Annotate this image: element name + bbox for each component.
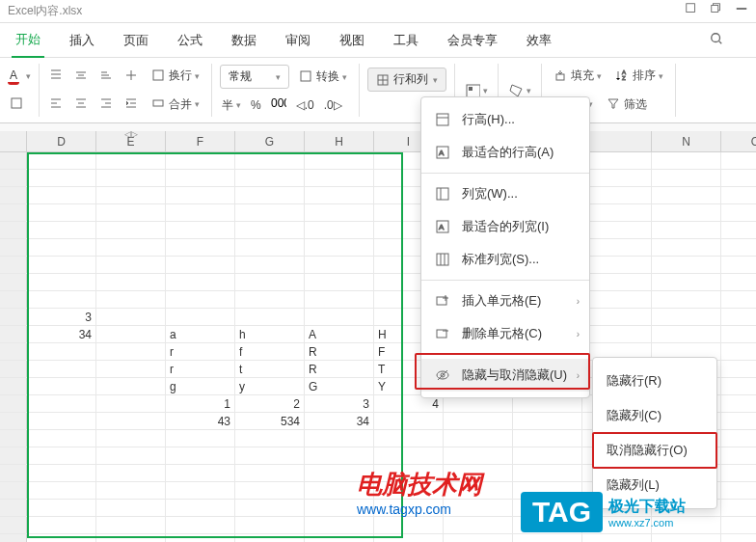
row-header[interactable] [0, 257, 27, 273]
cell[interactable] [721, 170, 756, 186]
row-header[interactable] [0, 222, 27, 238]
row-header[interactable] [0, 482, 27, 499]
cell[interactable] [652, 534, 721, 542]
cell[interactable] [166, 447, 235, 464]
cell[interactable]: f [235, 343, 305, 360]
cell[interactable] [721, 326, 756, 342]
cell[interactable] [305, 170, 374, 186]
cell[interactable] [96, 239, 166, 256]
menu-col-width[interactable]: 列宽(W)... [421, 177, 589, 210]
cell[interactable] [96, 222, 166, 238]
cell[interactable] [582, 291, 652, 308]
align-top-icon[interactable] [47, 67, 67, 86]
cell[interactable]: G [305, 378, 374, 394]
col-header[interactable]: H [305, 131, 374, 151]
cell[interactable] [582, 204, 652, 221]
cell[interactable] [235, 517, 305, 533]
cell[interactable] [96, 395, 166, 412]
cell[interactable] [166, 500, 235, 516]
row-header[interactable] [0, 361, 27, 377]
orientation-icon[interactable] [122, 67, 142, 86]
cell[interactable] [235, 204, 305, 221]
cell[interactable] [96, 152, 166, 169]
menu-delete-cells[interactable]: 删除单元格(C)› [421, 317, 589, 350]
row-header[interactable] [0, 187, 27, 203]
cell[interactable] [652, 187, 721, 203]
cell[interactable] [582, 534, 652, 542]
cell[interactable] [721, 430, 756, 447]
cell[interactable] [96, 257, 166, 273]
cell[interactable] [305, 430, 374, 447]
cell[interactable] [582, 239, 652, 256]
comma-icon[interactable]: 000 [269, 95, 288, 115]
fill-color-button[interactable] [8, 95, 27, 114]
cell[interactable] [27, 343, 96, 360]
cell[interactable]: r [166, 343, 235, 360]
cell[interactable] [374, 413, 444, 429]
cell[interactable] [96, 343, 166, 360]
currency-icon[interactable]: 半▾ [220, 95, 243, 116]
cell[interactable] [721, 274, 756, 290]
cell[interactable] [721, 534, 756, 542]
cell[interactable] [27, 500, 96, 516]
cell[interactable] [96, 187, 166, 203]
decrease-decimal-icon[interactable]: .0▷ [322, 96, 344, 114]
menu-unhide-row[interactable]: 取消隐藏行(O) [593, 433, 716, 468]
row-header[interactable] [0, 447, 27, 464]
cell[interactable] [305, 222, 374, 238]
cell[interactable]: 34 [27, 326, 96, 342]
cell[interactable] [235, 291, 305, 308]
cell[interactable] [27, 378, 96, 394]
cell[interactable]: 534 [235, 413, 305, 429]
col-header[interactable]: N [652, 131, 721, 151]
cell[interactable] [27, 291, 96, 308]
cell[interactable] [513, 534, 582, 542]
row-header[interactable] [0, 170, 27, 186]
cell[interactable] [166, 534, 235, 542]
cell[interactable] [652, 239, 721, 256]
dropdown-caret[interactable]: ▾ [26, 71, 31, 81]
number-format-select[interactable]: 常规▾ [220, 65, 289, 89]
win-btn-1[interactable] [685, 2, 698, 15]
menu-hide-row[interactable]: 隐藏行(R) [593, 364, 716, 398]
cell[interactable] [652, 204, 721, 221]
cell[interactable] [96, 447, 166, 464]
cell[interactable]: 1 [166, 395, 235, 412]
sort-button[interactable]: AZ排序▾ [611, 65, 667, 87]
cell[interactable] [96, 309, 166, 325]
row-header[interactable] [0, 378, 27, 394]
row-header[interactable] [0, 430, 27, 447]
menu-hide-unhide[interactable]: 隐藏与取消隐藏(U)› [421, 359, 589, 392]
cell[interactable]: y [235, 378, 305, 394]
cell[interactable] [444, 413, 513, 429]
cell[interactable] [582, 152, 652, 169]
cell[interactable] [721, 361, 756, 377]
cell[interactable] [721, 413, 756, 429]
cell[interactable] [96, 517, 166, 533]
cell[interactable] [166, 152, 235, 169]
cell[interactable] [27, 170, 96, 186]
row-header[interactable] [0, 152, 27, 169]
tab-start[interactable]: 开始 [12, 23, 44, 58]
cell[interactable]: r [166, 361, 235, 377]
row-header[interactable] [0, 309, 27, 325]
cell[interactable] [652, 309, 721, 325]
cell[interactable] [513, 465, 582, 481]
align-bottom-icon[interactable] [97, 67, 117, 86]
cell[interactable] [166, 517, 235, 533]
cell[interactable] [305, 204, 374, 221]
cell[interactable] [582, 274, 652, 290]
tab-insert[interactable]: 插入 [66, 24, 98, 57]
cell[interactable]: 43 [166, 413, 235, 429]
cell[interactable]: 34 [305, 413, 374, 429]
cell[interactable] [721, 291, 756, 308]
cell[interactable] [721, 517, 756, 533]
cell[interactable] [166, 482, 235, 499]
fill-button[interactable]: 填充▾ [550, 65, 606, 87]
cell[interactable]: R [305, 343, 374, 360]
cell[interactable] [582, 170, 652, 186]
cell[interactable]: t [235, 361, 305, 377]
tab-page[interactable]: 页面 [120, 24, 152, 57]
cell[interactable] [721, 465, 756, 481]
cell[interactable]: R [305, 361, 374, 377]
